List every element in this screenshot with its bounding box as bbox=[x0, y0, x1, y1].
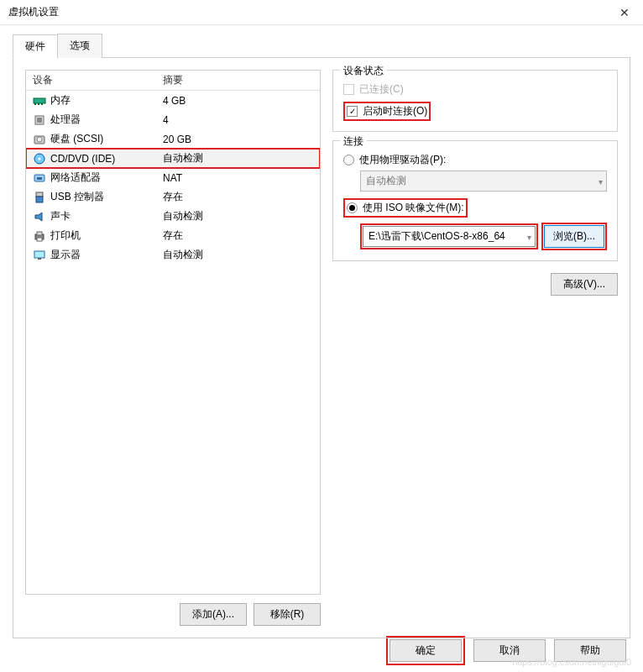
usb-icon bbox=[33, 191, 46, 204]
hw-name: USB 控制器 bbox=[50, 190, 104, 204]
svg-rect-19 bbox=[38, 258, 41, 260]
hw-name: 打印机 bbox=[50, 228, 81, 243]
svg-rect-2 bbox=[38, 103, 39, 105]
add-button[interactable]: 添加(A)... bbox=[180, 603, 247, 626]
svg-rect-12 bbox=[36, 192, 43, 197]
hw-name: 网络适配器 bbox=[50, 171, 101, 185]
hw-name: 硬盘 (SCSI) bbox=[50, 132, 103, 146]
disk-icon bbox=[33, 133, 46, 146]
watermark: https://blog.csdn.net/liguigui0 bbox=[512, 657, 631, 667]
disc-icon bbox=[33, 152, 46, 165]
svg-rect-1 bbox=[34, 103, 36, 105]
hw-row-sound[interactable]: 声卡 自动检测 bbox=[26, 207, 320, 226]
use-physical-radio[interactable] bbox=[343, 155, 354, 165]
connection-group: 连接 使用物理驱动器(P): 自动检测 ▾ 使用 ISO 映像文件(M): bbox=[332, 140, 618, 261]
hw-summary: 存在 bbox=[163, 190, 313, 204]
svg-marker-14 bbox=[35, 213, 42, 221]
hw-summary: 自动检测 bbox=[163, 209, 313, 223]
connected-checkbox bbox=[343, 84, 354, 95]
advanced-button[interactable]: 高级(V)... bbox=[551, 273, 618, 296]
hw-summary: 4 bbox=[163, 114, 313, 126]
window-title: 虚拟机设置 bbox=[8, 5, 614, 19]
chevron-down-icon: ▾ bbox=[599, 176, 603, 186]
header-device: 设备 bbox=[33, 73, 163, 87]
svg-rect-3 bbox=[41, 103, 43, 105]
use-iso-radio[interactable] bbox=[347, 202, 358, 213]
connect-on-power-label: 启动时连接(O) bbox=[363, 104, 427, 118]
hw-row-printer[interactable]: 打印机 存在 bbox=[26, 226, 320, 245]
hw-name: 声卡 bbox=[50, 209, 71, 223]
memory-icon bbox=[33, 94, 46, 108]
hw-summary: 20 GB bbox=[163, 134, 313, 145]
svg-point-7 bbox=[37, 137, 42, 142]
cpu-icon bbox=[33, 113, 46, 127]
use-physical-row[interactable]: 使用物理驱动器(P): bbox=[343, 153, 607, 167]
iso-path-value: E:\迅雷下载\CentOS-8-x86_64 bbox=[369, 230, 505, 242]
titlebar: 虚拟机设置 ✕ bbox=[0, 0, 643, 25]
hw-summary: NAT bbox=[163, 172, 313, 184]
hw-name: CD/DVD (IDE) bbox=[50, 153, 115, 165]
ok-button[interactable]: 确定 bbox=[389, 639, 462, 662]
tab-hardware[interactable]: 硬件 bbox=[13, 34, 58, 59]
chevron-down-icon[interactable]: ▾ bbox=[527, 232, 531, 241]
hw-name: 显示器 bbox=[50, 248, 81, 262]
hw-name: 内存 bbox=[50, 93, 71, 108]
hw-row-cpu[interactable]: 处理器 4 bbox=[26, 110, 320, 129]
main-panel: 设备 摘要 内存 4 GB 处理器 bbox=[13, 57, 630, 638]
connect-on-power-checkbox[interactable]: ✓ bbox=[347, 106, 358, 117]
sound-icon bbox=[33, 210, 46, 223]
remove-button[interactable]: 移除(R) bbox=[254, 603, 321, 626]
hw-row-display[interactable]: 显示器 自动检测 bbox=[26, 245, 320, 265]
iso-path-combo[interactable]: E:\迅雷下载\CentOS-8-x86_64 ▾ bbox=[363, 226, 536, 247]
browse-button[interactable]: 浏览(B)... bbox=[544, 225, 604, 248]
hw-summary: 自动检测 bbox=[163, 248, 313, 262]
tab-options[interactable]: 选项 bbox=[57, 34, 102, 58]
connection-legend: 连接 bbox=[340, 134, 367, 149]
hw-row-disk[interactable]: 硬盘 (SCSI) 20 GB bbox=[26, 129, 320, 149]
use-iso-label: 使用 ISO 映像文件(M): bbox=[363, 201, 464, 215]
svg-rect-0 bbox=[34, 98, 45, 103]
printer-icon bbox=[33, 229, 46, 243]
svg-point-9 bbox=[39, 157, 41, 160]
detail-pane: 设备状态 已连接(C) ✓ 启动时连接(O) 连接 使用物理驱动器(P): 自动… bbox=[332, 70, 618, 626]
svg-rect-16 bbox=[37, 232, 42, 235]
svg-rect-5 bbox=[37, 118, 42, 123]
tabs: 硬件 选项 bbox=[13, 34, 643, 58]
hw-summary: 存在 bbox=[163, 228, 313, 243]
hardware-pane: 设备 摘要 内存 4 GB 处理器 bbox=[25, 70, 321, 626]
physical-drive-combo: 自动检测 ▾ bbox=[360, 171, 607, 192]
connected-checkbox-row: 已连接(C) bbox=[343, 82, 607, 97]
close-icon[interactable]: ✕ bbox=[614, 6, 635, 19]
device-status-legend: 设备状态 bbox=[340, 64, 387, 78]
hw-name: 处理器 bbox=[50, 113, 81, 127]
svg-rect-11 bbox=[37, 177, 42, 180]
device-status-group: 设备状态 已连接(C) ✓ 启动时连接(O) bbox=[332, 70, 618, 132]
display-icon bbox=[33, 249, 46, 262]
hw-row-network[interactable]: 网络适配器 NAT bbox=[26, 168, 320, 187]
hardware-buttons: 添加(A)... 移除(R) bbox=[25, 603, 321, 626]
svg-rect-17 bbox=[37, 238, 42, 241]
svg-rect-13 bbox=[36, 197, 43, 202]
hw-summary: 4 GB bbox=[163, 95, 313, 107]
connected-label: 已连接(C) bbox=[359, 82, 404, 97]
use-physical-label: 使用物理驱动器(P): bbox=[359, 153, 446, 167]
network-icon bbox=[33, 171, 46, 185]
hw-row-usb[interactable]: USB 控制器 存在 bbox=[26, 187, 320, 207]
hw-row-memory[interactable]: 内存 4 GB bbox=[26, 91, 320, 110]
hw-summary: 自动检测 bbox=[163, 151, 313, 165]
hw-row-cddvd[interactable]: CD/DVD (IDE) 自动检测 bbox=[26, 149, 320, 168]
hardware-list[interactable]: 设备 摘要 内存 4 GB 处理器 bbox=[25, 70, 321, 595]
hardware-list-header: 设备 摘要 bbox=[26, 71, 320, 91]
svg-rect-18 bbox=[34, 251, 44, 258]
header-summary: 摘要 bbox=[163, 73, 313, 87]
physical-drive-value: 自动检测 bbox=[366, 175, 406, 186]
